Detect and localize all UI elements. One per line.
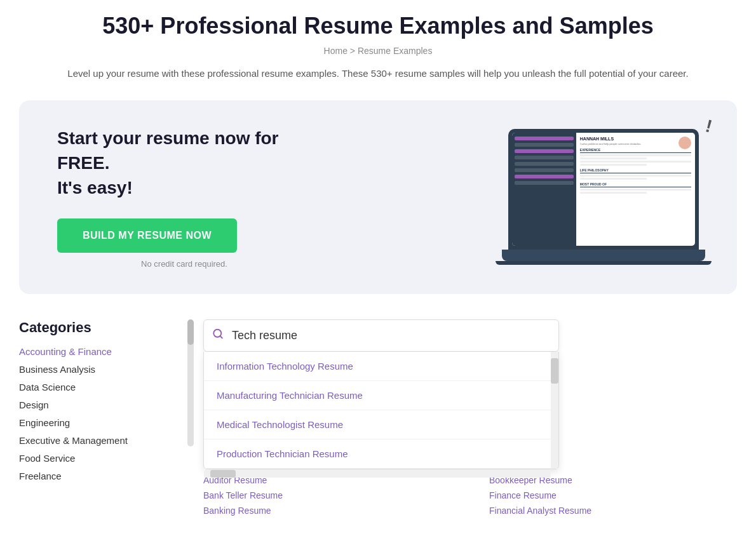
resume-link-bankteller[interactable]: Bank Teller Resume bbox=[203, 490, 451, 500]
sidebar-item-foodservice[interactable]: Food Service bbox=[19, 453, 75, 464]
hero-section: Start your resume now for FREE. It's eas… bbox=[19, 100, 737, 294]
search-dropdown: Information Technology Resume Manufactur… bbox=[203, 352, 559, 469]
resume-link-banking[interactable]: Banking Resume bbox=[203, 506, 451, 516]
left-sidebar: Categories Accounting & Finance Business… bbox=[19, 319, 184, 516]
search-wrapper: Information Technology Resume Manufactur… bbox=[203, 319, 737, 352]
dropdown-item-manufacturing[interactable]: Manufacturing Technician Resume bbox=[204, 381, 558, 410]
breadcrumb: Home > Resume Examples bbox=[19, 46, 737, 56]
list-item: Business Analysis bbox=[19, 364, 184, 375]
main-content: Information Technology Resume Manufactur… bbox=[203, 319, 737, 516]
sidebar-item-business[interactable]: Business Analysis bbox=[19, 364, 95, 375]
resume-links-grid: Auditor Resume Bookkeeper Resume Bank Te… bbox=[203, 475, 737, 516]
sidebar-item-freelance[interactable]: Freelance bbox=[19, 471, 62, 481]
list-item: Food Service bbox=[19, 453, 184, 464]
search-input[interactable] bbox=[203, 319, 559, 352]
list-item: Data Science bbox=[19, 382, 184, 393]
sidebar-item-executive[interactable]: Executive & Management bbox=[19, 435, 128, 446]
category-list: Accounting & Finance Business Analysis D… bbox=[19, 346, 184, 482]
resume-link-financialanalyst[interactable]: Financial Analyst Resume bbox=[489, 506, 737, 516]
hero-left: Start your resume now for FREE. It's eas… bbox=[57, 126, 311, 269]
sidebar-item-datascience[interactable]: Data Science bbox=[19, 382, 76, 392]
dropdown-scrollbar[interactable] bbox=[551, 352, 558, 469]
list-item: Freelance bbox=[19, 471, 184, 482]
no-credit-text: No credit card required. bbox=[57, 259, 311, 269]
dropdown-scrollbar-thumb[interactable] bbox=[551, 358, 558, 384]
content-area: Categories Accounting & Finance Business… bbox=[19, 319, 737, 516]
sidebar-item-design[interactable]: Design bbox=[19, 399, 49, 410]
build-resume-button[interactable]: BUILD MY RESUME NOW bbox=[57, 218, 237, 253]
page-subtitle: Level up your resume with these professi… bbox=[19, 66, 737, 81]
resume-link-finance[interactable]: Finance Resume bbox=[489, 490, 737, 500]
laptop-mockup: HANNAH MILLS I solve problems and help p… bbox=[508, 129, 699, 265]
categories-title: Categories bbox=[19, 319, 184, 336]
sidebar-item-accounting[interactable]: Accounting & Finance bbox=[19, 346, 112, 357]
list-item: Design bbox=[19, 399, 184, 411]
list-item: Accounting & Finance bbox=[19, 346, 184, 358]
page-title: 530+ Professional Resume Examples and Sa… bbox=[19, 13, 737, 39]
dropdown-item-medical[interactable]: Medical Technologist Resume bbox=[204, 410, 558, 439]
dropdown-item-it[interactable]: Information Technology Resume bbox=[204, 352, 558, 381]
list-item: Engineering bbox=[19, 417, 184, 429]
dropdown-hscrollbar[interactable] bbox=[204, 470, 551, 478]
dropdown-hscrollbar-thumb[interactable] bbox=[210, 470, 236, 478]
decoration-exclamation: ! bbox=[703, 116, 714, 137]
hero-tagline: Start your resume now for FREE. It's eas… bbox=[57, 126, 311, 201]
sidebar-scrollbar-thumb[interactable] bbox=[187, 319, 194, 345]
sidebar-scrollbar[interactable] bbox=[187, 319, 194, 446]
svg-line-1 bbox=[220, 336, 222, 338]
hero-laptop-image: ! bbox=[508, 129, 699, 265]
dropdown-item-production[interactable]: Production Technician Resume bbox=[204, 439, 558, 469]
sidebar-item-engineering[interactable]: Engineering bbox=[19, 417, 70, 428]
search-icon bbox=[212, 328, 224, 343]
list-item: Executive & Management bbox=[19, 435, 184, 446]
